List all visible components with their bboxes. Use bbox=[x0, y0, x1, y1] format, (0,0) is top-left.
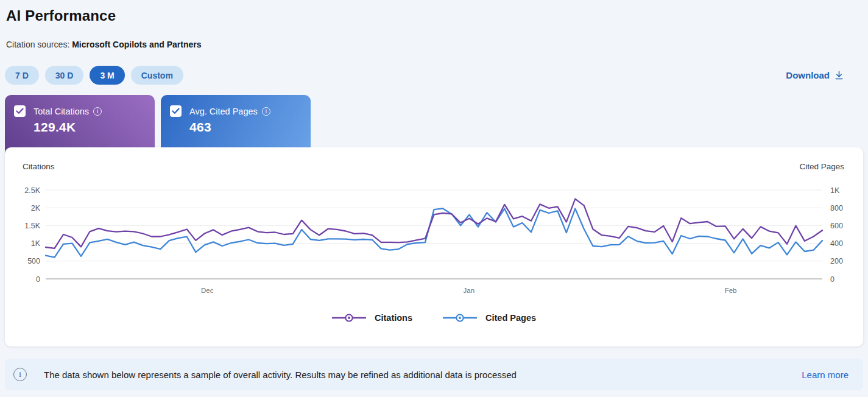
range-pill-custom[interactable]: Custom bbox=[131, 66, 183, 85]
chart-svg: 2.5K2K1.5K1K50001K8006004002000DecJanFeb bbox=[5, 147, 863, 300]
chart-legend: CitationsCited Pages bbox=[5, 313, 863, 323]
left-axis-tick: 1.5K bbox=[24, 222, 40, 230]
info-icon[interactable]: i bbox=[262, 107, 270, 116]
info-icon: i bbox=[13, 368, 27, 381]
download-label: Download bbox=[786, 70, 830, 80]
download-icon bbox=[834, 71, 844, 80]
right-axis-tick: 800 bbox=[830, 204, 843, 213]
sample-data-banner: i The data shown below represents a samp… bbox=[5, 359, 863, 390]
range-pills: 7 D30 D3 MCustom bbox=[5, 66, 183, 85]
range-pill-30d[interactable]: 30 D bbox=[45, 66, 84, 85]
legend-label: Citations bbox=[375, 313, 412, 323]
legend-item-cited-pages[interactable]: Cited Pages bbox=[443, 313, 536, 323]
legend-item-citations[interactable]: Citations bbox=[332, 313, 412, 323]
left-axis-tick: 0 bbox=[36, 275, 40, 284]
left-axis-tick: 2.5K bbox=[24, 186, 40, 195]
info-icon[interactable]: i bbox=[93, 107, 102, 116]
right-axis-tick: 1K bbox=[830, 186, 840, 195]
avg-cited-pages-value: 463 bbox=[189, 120, 302, 135]
total-citations-value: 129.4K bbox=[34, 120, 146, 135]
x-axis-tick-feb: Feb bbox=[725, 287, 737, 294]
controls-row: 7 D30 D3 MCustom Download bbox=[5, 66, 863, 85]
citation-sources-line: Citation sources: Microsoft Copilots and… bbox=[5, 40, 863, 49]
total-citations-checkbox[interactable] bbox=[14, 105, 26, 117]
right-axis-tick: 600 bbox=[830, 222, 843, 230]
legend-marker-icon bbox=[332, 314, 366, 322]
left-axis-tick: 2K bbox=[31, 204, 41, 213]
avg-cited-pages-checkbox[interactable] bbox=[170, 105, 182, 117]
checkmark-icon bbox=[172, 108, 180, 114]
chart-panel: Citations Cited Pages 2.5K2K1.5K1K50001K… bbox=[5, 147, 863, 346]
x-axis-tick-dec: Dec bbox=[201, 287, 214, 294]
left-axis-tick: 1K bbox=[31, 239, 41, 248]
range-pill-3m[interactable]: 3 M bbox=[90, 66, 124, 85]
citation-sources-label: Citation sources: bbox=[6, 40, 69, 49]
checkmark-icon bbox=[16, 108, 24, 114]
right-axis-tick: 200 bbox=[830, 257, 843, 265]
total-citations-label: Total Citations bbox=[34, 107, 89, 116]
citations-line bbox=[46, 199, 822, 248]
citation-sources-value: Microsoft Copilots and Partners bbox=[72, 40, 201, 49]
legend-marker-icon bbox=[443, 314, 477, 322]
right-axis-tick: 400 bbox=[830, 239, 843, 248]
right-axis-tick: 0 bbox=[830, 275, 834, 284]
left-axis-tick: 500 bbox=[27, 257, 40, 265]
learn-more-link[interactable]: Learn more bbox=[802, 370, 849, 380]
x-axis-tick-jan: Jan bbox=[464, 287, 475, 294]
legend-label: Cited Pages bbox=[485, 313, 536, 323]
download-button[interactable]: Download bbox=[786, 70, 844, 80]
banner-text: The data shown below represents a sample… bbox=[44, 370, 517, 380]
page-title: AI Performance bbox=[5, 7, 863, 24]
ai-performance-page: AI Performance Citation sources: Microso… bbox=[0, 0, 868, 390]
range-pill-7d[interactable]: 7 D bbox=[5, 66, 39, 85]
avg-cited-pages-label: Avg. Cited Pages bbox=[189, 107, 258, 116]
